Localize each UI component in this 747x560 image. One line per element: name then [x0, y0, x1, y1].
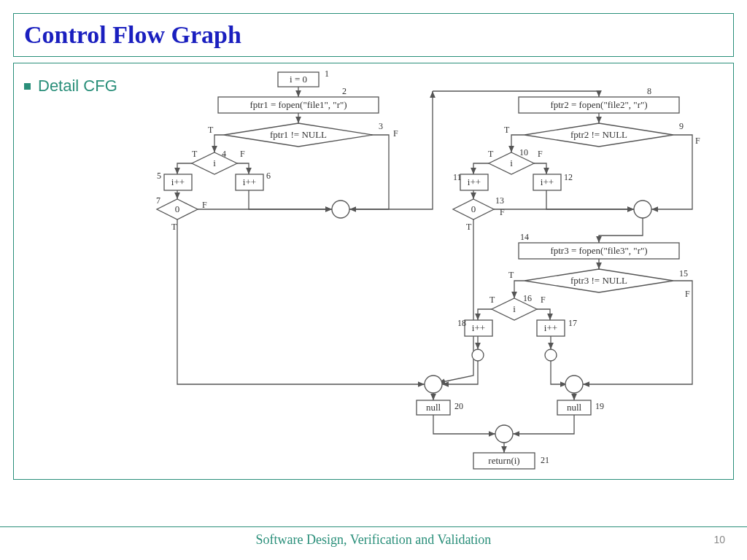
node-8-text: fptr2 = fopen("file2", "r") [550, 99, 647, 110]
node-6-text: i++ [243, 176, 256, 187]
edge-10-F-label: F [538, 149, 543, 159]
node-16-text: i [513, 303, 516, 314]
node-7-label: 7 [156, 195, 160, 206]
join-left [332, 201, 349, 218]
node-5-label: 5 [157, 171, 161, 181]
node-15-text: fptr3 != NULL [570, 275, 627, 286]
node-13-text: 0 [471, 203, 476, 214]
join-3 [425, 376, 442, 393]
node-5-text: i++ [171, 176, 185, 187]
edge-9-joinR-F [651, 135, 692, 209]
page-number: 10 [713, 534, 725, 545]
edge-15-join4-F [583, 281, 692, 384]
edge-9-F-label: F [695, 136, 700, 146]
slide-title: Control Flow Graph [24, 21, 723, 49]
edge-4-5 [177, 163, 192, 174]
node-19-text: null [567, 402, 582, 413]
edge-10-T-label: T [488, 149, 494, 159]
edge-joinR-14 [599, 218, 643, 243]
edge-16-F-label: F [541, 295, 546, 305]
node-16-label: 16 [523, 293, 532, 303]
node-21-label: 21 [541, 455, 549, 465]
edge-20-joinF [433, 415, 495, 434]
join-4 [565, 376, 583, 393]
edge-7-F-label: F [202, 200, 207, 210]
edge-3-F-label: F [393, 128, 398, 139]
footer-text: Software Design, Verification and Valida… [0, 532, 747, 548]
edge-4-6 [237, 163, 249, 174]
node-11-label: 11 [453, 172, 462, 182]
edge-3-joinL-F [349, 135, 389, 209]
node-8-label: 8 [647, 86, 651, 96]
node-2-text: fptr1 = fopen("file1", "r") [249, 99, 347, 110]
edge-15-F-label: F [685, 289, 690, 299]
edge-6-joinL [249, 190, 332, 209]
edge-10-12 [534, 163, 546, 174]
edge-16-18 [478, 309, 492, 320]
node-6-label: 6 [266, 171, 271, 181]
edge-13-F-label: F [500, 207, 505, 217]
node-9-label: 9 [679, 121, 684, 131]
node-7-text: 0 [175, 203, 180, 214]
node-18-label: 18 [457, 318, 466, 328]
node-17-text: i++ [544, 322, 557, 333]
join-final [495, 425, 513, 443]
node-10-text: i [510, 158, 513, 168]
edge-13-T-label: T [466, 222, 472, 232]
node-12-label: 12 [564, 172, 573, 182]
node-2-label: 2 [342, 86, 347, 96]
edge-4-5-T-label: T [192, 149, 198, 159]
title-box: Control Flow Graph [13, 13, 734, 57]
node-4-label: 4 [222, 149, 226, 159]
flowchart-diagram: i = 0 1 fptr1 = fopen("file1", "r") 2 fp… [14, 63, 734, 479]
node-1-text: i = 0 [290, 74, 307, 85]
node-3-label: 3 [379, 121, 383, 131]
edge-16-17 [537, 309, 550, 320]
edge-4-6-F-label: F [240, 149, 245, 159]
edge-mjR-join4 [551, 361, 567, 384]
footer-divider [0, 526, 747, 527]
node-20-text: null [426, 402, 441, 413]
edge-3-4-T-label: T [208, 125, 214, 135]
node-10-label: 10 [519, 147, 528, 158]
content-box: Detail CFG i = 0 1 fptr1 = fopen("file1"… [13, 63, 734, 480]
node-18-text: i++ [472, 322, 485, 333]
edge-13-join3 [438, 219, 473, 383]
edge-7-join3 [177, 219, 425, 384]
node-9-text: fptr2 != NULL [570, 129, 627, 140]
edge-7-T-label: T [171, 222, 177, 232]
node-14-text: fptr3 = fopen("file3", "r") [550, 245, 647, 256]
node-1-label: 1 [325, 69, 329, 79]
minijoin-L [472, 349, 484, 361]
join-right [634, 201, 651, 218]
node-20-label: 20 [454, 401, 463, 411]
edge-9-T-label: T [504, 125, 510, 135]
node-15-label: 15 [679, 268, 688, 279]
node-3-text: fptr1 != NULL [270, 129, 327, 140]
edge-12-joinR [546, 190, 634, 209]
edge-top-to-8 [433, 91, 599, 97]
node-4-text: i [213, 158, 216, 168]
node-14-label: 14 [520, 232, 529, 242]
node-11-text: i++ [468, 176, 481, 187]
edge-19-joinF [513, 415, 574, 434]
node-21-text: return(i) [488, 455, 519, 466]
node-12-text: i++ [541, 176, 554, 187]
edge-15-T-label: T [508, 270, 514, 280]
node-19-label: 19 [595, 401, 604, 411]
node-17-label: 17 [568, 318, 577, 328]
minijoin-R [545, 349, 557, 361]
edge-16-T-label: T [489, 295, 495, 305]
node-13-label: 13 [495, 195, 504, 206]
edge-10-11 [473, 163, 489, 174]
